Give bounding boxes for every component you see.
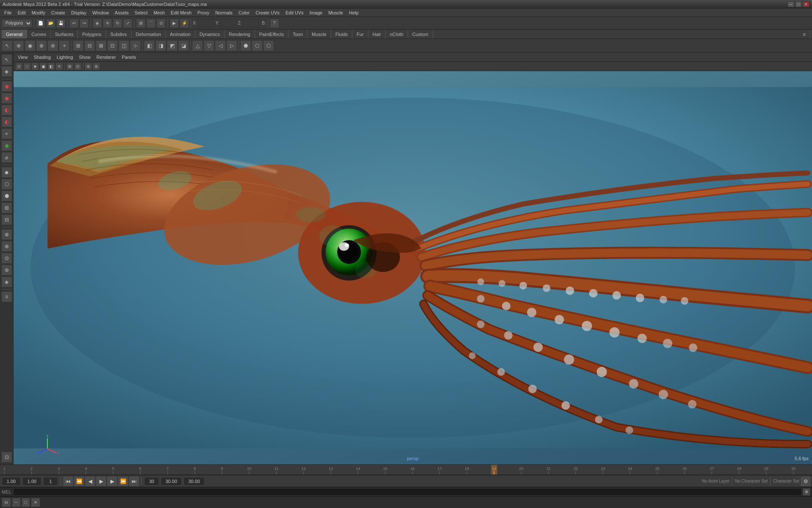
tab-custom[interactable]: Custom bbox=[408, 30, 433, 39]
step-back-button[interactable]: ◀ bbox=[85, 477, 95, 486]
current-frame-field[interactable] bbox=[43, 477, 58, 486]
vp-menu-panels[interactable]: Panels bbox=[119, 54, 139, 61]
tool-unknown12[interactable]: ⊞ bbox=[1, 202, 12, 213]
x-field[interactable] bbox=[198, 19, 214, 28]
tb2-icon10[interactable]: ◫ bbox=[118, 40, 129, 51]
task-close[interactable]: ✕ bbox=[31, 498, 40, 507]
tab-fur[interactable]: Fur bbox=[352, 30, 368, 39]
tb2-icon3[interactable]: ⊗ bbox=[36, 40, 47, 51]
tool-unknown15[interactable]: ⊕ bbox=[1, 241, 12, 252]
tb2-icon19[interactable]: ▷ bbox=[226, 40, 237, 51]
tab-muscle[interactable]: Muscle bbox=[307, 30, 331, 39]
vpi-texture[interactable]: ◧ bbox=[47, 63, 55, 70]
tool-unknown8[interactable]: ⌀ bbox=[1, 152, 12, 163]
goto-end-button[interactable]: ⏭ bbox=[129, 477, 139, 486]
tb-snap-point[interactable]: ⊙ bbox=[156, 19, 166, 28]
menu-create[interactable]: Create bbox=[49, 9, 68, 16]
menu-file[interactable]: File bbox=[2, 9, 14, 16]
range-end-field[interactable] bbox=[22, 477, 41, 486]
minimize-button[interactable]: ─ bbox=[787, 1, 794, 7]
menu-edit-uvs[interactable]: Edit UVs bbox=[283, 9, 306, 16]
tool-unknown11[interactable]: ⬢ bbox=[1, 190, 12, 202]
tab-fluids[interactable]: Fluids bbox=[331, 30, 352, 39]
tb2-icon7[interactable]: ⊟ bbox=[84, 40, 95, 51]
tb2-icon9[interactable]: ⊡ bbox=[107, 40, 118, 51]
tb-scale[interactable]: ⤢ bbox=[123, 19, 132, 28]
tab-subdivs[interactable]: Subdivs bbox=[106, 30, 132, 39]
tb2-icon1[interactable]: ⊕ bbox=[13, 40, 24, 51]
menu-select[interactable]: Select bbox=[132, 9, 150, 16]
tb2-icon6[interactable]: ⊞ bbox=[73, 40, 84, 51]
maximize-button[interactable]: □ bbox=[795, 1, 802, 7]
menu-normals[interactable]: Normals bbox=[213, 9, 235, 16]
mel-input[interactable] bbox=[13, 488, 802, 496]
tool-select[interactable]: ↖ bbox=[1, 54, 12, 65]
goto-start-button[interactable]: ⏮ bbox=[63, 477, 73, 486]
tool-unknown17[interactable]: ⊛ bbox=[1, 265, 12, 276]
tb-new[interactable]: 📄 bbox=[36, 19, 45, 28]
menu-display[interactable]: Display bbox=[69, 9, 89, 16]
vpi-smooth[interactable]: ■ bbox=[31, 63, 39, 70]
vpi-camera[interactable]: ⊙ bbox=[15, 63, 23, 70]
vpi-flat[interactable]: ◼ bbox=[39, 63, 47, 70]
vpi-hud[interactable]: ⊡ bbox=[74, 63, 82, 70]
tb-help[interactable]: ? bbox=[270, 19, 279, 28]
tb-move[interactable]: ✛ bbox=[103, 19, 112, 28]
z-field[interactable] bbox=[242, 19, 259, 28]
tab-toon[interactable]: Toon bbox=[288, 30, 307, 39]
menu-mesh[interactable]: Mesh bbox=[151, 9, 167, 16]
menu-help[interactable]: Help bbox=[346, 9, 361, 16]
tb-render[interactable]: ▶ bbox=[170, 19, 179, 28]
vpi-frame-sel[interactable]: ⊕ bbox=[93, 63, 100, 70]
tab-hair[interactable]: Hair bbox=[368, 30, 386, 39]
tab-polygons[interactable]: Polygons bbox=[78, 30, 106, 39]
tool-unknown9[interactable]: ◆ bbox=[1, 167, 12, 178]
tool-unknown19[interactable]: ≡ bbox=[1, 291, 12, 302]
tb2-icon20[interactable]: ⬟ bbox=[240, 40, 251, 51]
vp-menu-lighting[interactable]: Lighting bbox=[54, 54, 76, 61]
menu-edit[interactable]: Edit bbox=[15, 9, 28, 16]
tb2-icon15[interactable]: ◪ bbox=[178, 40, 189, 51]
task-minimize[interactable]: ─ bbox=[12, 498, 21, 507]
tb2-icon5[interactable]: ⌖ bbox=[59, 40, 70, 51]
timeline[interactable]: 1 2 3 4 5 6 7 8 9 10 11 12 13 14 15 16 1… bbox=[0, 464, 812, 475]
tb2-icon21[interactable]: ⬠ bbox=[252, 40, 263, 51]
tool-bottom[interactable]: ⊡ bbox=[1, 452, 12, 463]
tool-unknown10[interactable]: ⬡ bbox=[1, 179, 12, 190]
next-key-button[interactable]: ⏩ bbox=[118, 477, 128, 486]
tb-rotate[interactable]: ↻ bbox=[113, 19, 122, 28]
vp-menu-renderer[interactable]: Renderer bbox=[94, 54, 118, 61]
tab-painteffects[interactable]: PaintEffects bbox=[255, 30, 289, 39]
tool-unknown14[interactable]: ⊗ bbox=[1, 229, 12, 240]
vpi-grid[interactable]: ⊞ bbox=[66, 63, 74, 70]
tab-deformation[interactable]: Deformation bbox=[132, 30, 166, 39]
tool-unknown5[interactable]: ◐ bbox=[1, 116, 12, 127]
tab-curves[interactable]: Curves bbox=[27, 30, 51, 39]
vpi-light[interactable]: ☀ bbox=[55, 63, 63, 70]
cmd-btn1[interactable]: ⚙ bbox=[803, 488, 810, 496]
range-start-field[interactable] bbox=[2, 477, 21, 486]
tab-ncloth[interactable]: nCloth bbox=[386, 30, 408, 39]
tb-open[interactable]: 📂 bbox=[46, 19, 55, 28]
tb2-icon4[interactable]: ⊛ bbox=[47, 40, 58, 51]
tool-unknown2[interactable]: ◉ bbox=[1, 81, 12, 92]
end-range2-field[interactable] bbox=[184, 477, 205, 486]
tab-animation[interactable]: Animation bbox=[166, 30, 195, 39]
task-icon[interactable]: M bbox=[2, 498, 11, 507]
tb2-icon13[interactable]: ◨ bbox=[155, 40, 166, 51]
tool-unknown4[interactable]: ◐ bbox=[1, 105, 12, 116]
step-forward-button[interactable]: ▶ bbox=[107, 477, 117, 486]
tool-unknown7[interactable]: ◉ bbox=[1, 140, 12, 151]
vpi-wireframe[interactable]: □ bbox=[23, 63, 31, 70]
tool-unknown13[interactable]: ⊟ bbox=[1, 214, 12, 225]
menu-proxy[interactable]: Proxy bbox=[195, 9, 212, 16]
menu-edit-mesh[interactable]: Edit Mesh bbox=[168, 9, 194, 16]
play-button[interactable]: ▶ bbox=[96, 477, 106, 486]
tb-select[interactable]: ◈ bbox=[93, 19, 102, 28]
tb2-icon12[interactable]: ◧ bbox=[144, 40, 155, 51]
tool-unknown18[interactable]: ◈ bbox=[1, 276, 12, 287]
tb-undo[interactable]: ↩ bbox=[69, 19, 79, 28]
y-field[interactable] bbox=[220, 19, 237, 28]
tb-redo[interactable]: ↪ bbox=[80, 19, 89, 28]
menu-modify[interactable]: Modify bbox=[29, 9, 48, 16]
